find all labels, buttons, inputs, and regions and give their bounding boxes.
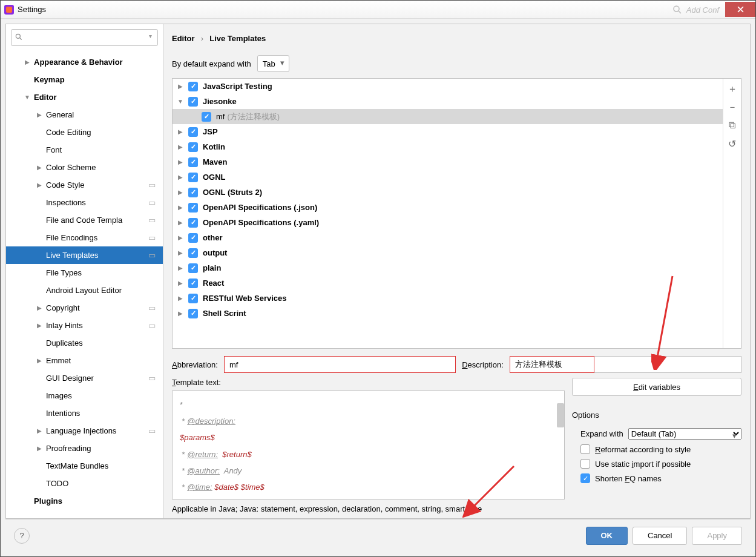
template-item[interactable]: ▶✓plain — [173, 260, 723, 275]
template-item[interactable]: ▶✓OGNL — [173, 170, 723, 185]
search-icon — [672, 4, 683, 15]
sidebar-item[interactable]: Live Templates▭ — [6, 246, 163, 264]
svg-line-5 — [20, 38, 22, 40]
sidebar-item-label: Copyright — [44, 303, 80, 312]
apply-button[interactable]: Apply — [692, 527, 742, 545]
checkbox[interactable]: ✓ — [188, 203, 198, 213]
tree-arrow-icon: ▶ — [176, 280, 185, 286]
sidebar-item[interactable]: ▶Copyright▭ — [6, 299, 163, 317]
shorten-fq-checkbox[interactable]: ✓ — [580, 473, 590, 483]
expand-select[interactable]: Tab — [257, 55, 289, 72]
checkbox[interactable]: ✓ — [188, 309, 198, 318]
checkbox[interactable]: ✓ — [188, 248, 198, 258]
template-item[interactable]: ▼✓Jiesonke — [173, 94, 723, 109]
checkbox[interactable]: ✓ — [188, 97, 198, 107]
checkbox[interactable]: ✓ — [188, 188, 198, 197]
template-item[interactable]: ▶✓React — [173, 275, 723, 291]
breadcrumb: Editor › Live Templates — [163, 24, 750, 51]
sidebar-item[interactable]: File Encodings▭ — [6, 229, 163, 246]
sidebar-item[interactable]: ▶Language Injections▭ — [6, 422, 163, 440]
desc-field[interactable] — [510, 356, 594, 373]
sidebar-item[interactable]: ▶Emmet — [6, 352, 163, 369]
sidebar-item[interactable]: Plugins — [6, 492, 163, 510]
sidebar-item[interactable]: File Types — [6, 264, 163, 282]
close-button[interactable] — [725, 2, 755, 17]
template-editor[interactable]: * * @description: $params$ * @return: $r… — [172, 391, 565, 499]
sidebar-item[interactable]: Keymap — [6, 71, 163, 88]
checkbox[interactable]: ✓ — [188, 233, 198, 243]
sidebar-item[interactable]: Inspections▭ — [6, 194, 163, 211]
template-list[interactable]: ▶✓JavaScript Testing▼✓Jiesonke✓mf(方法注释模板… — [173, 79, 723, 348]
template-item[interactable]: ▶✓JSP — [173, 124, 723, 139]
cancel-button[interactable]: Cancel — [633, 527, 687, 545]
sidebar-item[interactable]: Android Layout Editor — [6, 282, 163, 299]
checkbox[interactable]: ✓ — [202, 112, 211, 122]
template-item[interactable]: ▶✓OpenAPI Specifications (.json) — [173, 200, 723, 215]
tree-arrow-icon: ▶ — [35, 322, 44, 329]
checkbox[interactable]: ✓ — [188, 263, 198, 273]
sidebar-item[interactable]: TextMate Bundles — [6, 457, 163, 475]
sidebar-item[interactable]: ▶Color Scheme — [6, 159, 163, 176]
desc-field-ext[interactable] — [594, 356, 741, 373]
main-panel: Editor › Live Templates By default expan… — [163, 24, 750, 518]
chevron-down-icon[interactable]: ▾ — [149, 33, 152, 39]
sidebar-item[interactable]: Font — [6, 141, 163, 159]
sidebar-item[interactable]: Intentions — [6, 404, 163, 422]
sidebar-item[interactable]: Duplicates — [6, 334, 163, 352]
help-button[interactable]: ? — [14, 528, 30, 544]
expand-with-select[interactable]: Default (Tab) — [628, 428, 741, 440]
checkbox[interactable]: ✓ — [188, 157, 198, 167]
sidebar-item-label: Plugins — [31, 496, 62, 506]
sidebar-item[interactable]: ▶Proofreading — [6, 440, 163, 457]
remove-button[interactable]: － — [726, 101, 739, 114]
sidebar-item[interactable]: GUI Designer▭ — [6, 369, 163, 387]
reformat-checkbox[interactable] — [580, 444, 590, 454]
static-import-checkbox[interactable] — [580, 459, 590, 469]
template-label: OpenAPI Specifications (.json) — [202, 203, 317, 212]
template-item[interactable]: ▶✓OpenAPI Specifications (.yaml) — [173, 215, 723, 230]
template-item[interactable]: ✓mf(方法注释模板) — [173, 109, 723, 124]
sidebar-item[interactable]: Images — [6, 387, 163, 404]
template-item[interactable]: ▶✓Maven — [173, 154, 723, 170]
template-item[interactable]: ▶✓OGNL (Struts 2) — [173, 185, 723, 200]
abbrev-field[interactable] — [224, 356, 456, 373]
edit-variables-button[interactable]: Edit variables — [572, 378, 741, 396]
config-icon: ▭ — [148, 198, 156, 207]
abbrev-label: Abbreviation: — [172, 360, 218, 369]
undo-button[interactable]: ↺ — [726, 137, 739, 150]
scrollbar-thumb[interactable] — [557, 403, 564, 427]
checkbox[interactable]: ✓ — [188, 127, 198, 137]
ok-button[interactable]: OK — [586, 527, 628, 545]
sidebar-item[interactable]: ▼Editor — [6, 88, 163, 106]
checkbox[interactable]: ✓ — [188, 142, 198, 152]
tree-arrow-icon: ▶ — [35, 357, 44, 364]
template-item[interactable]: ▶✓JavaScript Testing — [173, 79, 723, 94]
sidebar-item-label: Emmet — [44, 356, 71, 365]
window-title: Settings — [18, 5, 46, 14]
search-icon — [15, 33, 23, 43]
checkbox[interactable]: ✓ — [188, 82, 198, 91]
sidebar-item[interactable]: ▶Code Style▭ — [6, 176, 163, 194]
checkbox[interactable]: ✓ — [188, 218, 198, 228]
template-item[interactable]: ▶✓Shell Scrint — [173, 306, 723, 321]
sidebar-item-label: Proofreading — [44, 444, 91, 453]
checkbox[interactable]: ✓ — [188, 173, 198, 182]
sidebar-item[interactable]: Code Editing — [6, 124, 163, 141]
template-item[interactable]: ▶✓Kotlin — [173, 139, 723, 154]
template-label: Kotlin — [202, 142, 225, 151]
template-item[interactable]: ▶✓other — [173, 230, 723, 245]
copy-button[interactable]: ⧉ — [726, 119, 739, 132]
config-icon: ▭ — [148, 233, 156, 242]
sidebar-item[interactable]: ▶General — [6, 106, 163, 124]
template-item[interactable]: ▶✓output — [173, 245, 723, 260]
sidebar-item[interactable]: ▶Inlay Hints▭ — [6, 317, 163, 334]
sidebar-item-label: Code Editing — [44, 128, 91, 137]
sidebar-item[interactable]: TODO — [6, 475, 163, 492]
checkbox[interactable]: ✓ — [188, 278, 198, 288]
search-input[interactable] — [11, 29, 158, 46]
sidebar-item[interactable]: File and Code Templa▭ — [6, 211, 163, 229]
template-item[interactable]: ▶✓RESTful Web Services — [173, 291, 723, 306]
checkbox[interactable]: ✓ — [188, 294, 198, 303]
sidebar-item[interactable]: ▶Appearance & Behavior — [6, 53, 163, 71]
add-button[interactable]: ＋ — [726, 82, 739, 96]
